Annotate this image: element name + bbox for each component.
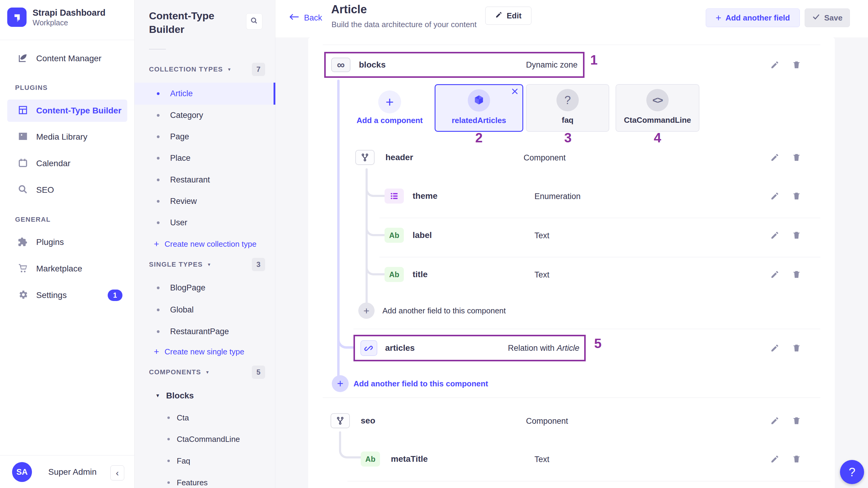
subnav-item-faq[interactable]: Faq xyxy=(134,450,274,472)
delete-trash-icon[interactable] xyxy=(792,153,801,163)
subnav-item-user[interactable]: User xyxy=(134,212,274,234)
subnav-item-global[interactable]: Global xyxy=(134,299,274,321)
edit-pencil-icon[interactable] xyxy=(770,231,779,241)
delete-trash-icon[interactable] xyxy=(792,455,801,465)
text-field-icon: Ab xyxy=(384,228,404,243)
delete-trash-icon[interactable] xyxy=(792,270,801,280)
component-card-relatedarticles[interactable]: relatedArticles xyxy=(435,84,523,132)
subnav-item-page[interactable]: Page xyxy=(134,126,274,148)
row-actions xyxy=(770,60,801,70)
single-types-count: 3 xyxy=(252,258,265,271)
subnav-item-features[interactable]: Features xyxy=(134,472,274,488)
settings-badge: 1 xyxy=(108,289,122,301)
layout-icon xyxy=(18,105,28,117)
edit-pencil-icon[interactable] xyxy=(770,455,779,465)
text-field-icon: Ab xyxy=(361,452,380,466)
subnav-item-article[interactable]: Article xyxy=(134,83,274,105)
page-subtitle: Build the data architecture of your cont… xyxy=(332,20,476,29)
component-card-faq[interactable]: ? faq xyxy=(526,84,609,132)
component-card-ctacommandline[interactable]: <> CtaCommandLine xyxy=(616,84,700,132)
search-button[interactable] xyxy=(246,13,262,30)
add-component-label: Add a component xyxy=(353,116,427,125)
delete-trash-icon[interactable] xyxy=(792,231,801,241)
components-header[interactable]: COMPONENTS ▼ xyxy=(149,366,210,379)
edit-pencil-icon[interactable] xyxy=(770,60,779,70)
field-name: title xyxy=(412,270,428,279)
close-icon[interactable] xyxy=(511,88,519,96)
sidebar-item-label: Content Manager xyxy=(36,54,101,63)
edit-button[interactable]: Edit xyxy=(485,7,531,25)
field-row-blocks[interactable]: ∞ blocks Dynamic zone xyxy=(324,52,585,78)
delete-trash-icon[interactable] xyxy=(792,60,801,70)
field-name: metaTitle xyxy=(391,454,428,464)
annotation-3: 3 xyxy=(559,130,577,145)
delete-trash-icon[interactable] xyxy=(792,191,801,202)
field-type: Text xyxy=(534,270,550,280)
row-actions xyxy=(770,270,801,280)
sidebar-item-label: Marketplace xyxy=(36,264,82,274)
chevron-down-icon: ▼ xyxy=(155,393,160,398)
sidebar-item-label: SEO xyxy=(36,185,54,195)
edit-pencil-icon[interactable] xyxy=(770,416,779,426)
save-button[interactable]: Save xyxy=(805,8,850,27)
subnav-item-ctacommandline[interactable]: CtaCommandLine xyxy=(134,428,274,450)
chevron-left-icon: ‹ xyxy=(116,468,119,478)
sidebar-item-settings[interactable]: Settings 1 xyxy=(7,286,127,305)
add-field-to-component-label[interactable]: Add another field to this component xyxy=(382,306,506,315)
subnav-item-restaurantpage[interactable]: RestaurantPage xyxy=(134,321,274,342)
add-component-button[interactable]: + xyxy=(378,90,401,113)
delete-trash-icon[interactable] xyxy=(792,416,801,426)
sidebar-item-marketplace[interactable]: Marketplace xyxy=(7,259,127,278)
edit-pencil-icon[interactable] xyxy=(770,191,779,202)
add-field-to-dz-component-label[interactable]: Add another field to this component xyxy=(353,379,488,389)
sidebar-item-label: Plugins xyxy=(36,237,64,247)
component-icon xyxy=(331,413,350,428)
brand[interactable]: Strapi Dashboard Workplace xyxy=(7,7,105,27)
main-sidebar: Strapi Dashboard Workplace Content Manag… xyxy=(0,0,134,488)
create-collection-type-link[interactable]: + Create new collection type xyxy=(154,236,256,252)
avatar[interactable]: SA xyxy=(12,462,32,482)
edit-pencil-icon[interactable] xyxy=(770,153,779,163)
add-field-to-component-button[interactable]: + xyxy=(358,303,375,319)
component-card-label: CtaCommandLine xyxy=(624,116,691,125)
collection-types-header[interactable]: COLLECTION TYPES ▼ xyxy=(149,63,232,76)
delete-trash-icon[interactable] xyxy=(792,343,801,354)
components-group-blocks[interactable]: ▼ Blocks xyxy=(155,386,194,405)
sidebar-item-calendar[interactable]: Calendar xyxy=(7,154,127,173)
subnav-item-restaurant[interactable]: Restaurant xyxy=(134,169,274,191)
sidebar-item-content-type-builder[interactable]: Content-Type Builder xyxy=(7,99,127,122)
sidebar-item-seo[interactable]: SEO xyxy=(7,180,127,200)
edit-pencil-icon[interactable] xyxy=(770,270,779,280)
sidebar-item-label: Media Library xyxy=(36,132,88,142)
collapse-sidebar-button[interactable]: ‹ xyxy=(111,465,124,481)
enumeration-icon xyxy=(384,188,404,204)
plus-icon: + xyxy=(154,346,159,357)
search-icon xyxy=(250,17,258,26)
tree-elbow xyxy=(337,335,353,349)
add-field-to-dz-component-button[interactable]: + xyxy=(332,375,349,392)
create-single-type-link[interactable]: + Create new single type xyxy=(154,344,244,360)
user-name: Super Admin xyxy=(48,467,96,477)
sidebar-item-label: Calendar xyxy=(36,159,70,168)
field-type: Relation with Article xyxy=(508,343,579,353)
sidebar-item-plugins[interactable]: Plugins xyxy=(7,233,127,252)
subnav-item-category[interactable]: Category xyxy=(134,104,274,126)
sidebar-item-media-library[interactable]: Media Library xyxy=(7,127,127,147)
subnav-item-blogpage[interactable]: BlogPage xyxy=(134,277,274,299)
question-mark-icon: ? xyxy=(556,89,579,111)
field-name: blocks xyxy=(359,60,386,70)
subnav-item-review[interactable]: Review xyxy=(134,190,274,212)
edit-pencil-icon[interactable] xyxy=(770,343,779,354)
back-link[interactable]: Back xyxy=(289,13,322,23)
picture-icon xyxy=(18,131,28,143)
field-row-articles[interactable]: articles Relation with Article xyxy=(353,335,586,361)
row-divider xyxy=(323,44,820,45)
sidebar-item-label: Content-Type Builder xyxy=(36,106,122,116)
add-another-field-button[interactable]: + Add another field xyxy=(706,8,800,27)
sidebar-item-content-manager[interactable]: Content Manager xyxy=(7,49,127,68)
help-button[interactable]: ? xyxy=(840,460,864,484)
strapi-dashboard: Strapi Dashboard Workplace Content Manag… xyxy=(0,0,868,488)
subnav-item-cta[interactable]: Cta xyxy=(134,407,274,429)
single-types-header[interactable]: SINGLE TYPES ▼ xyxy=(149,258,212,271)
subnav-item-place[interactable]: Place xyxy=(134,147,274,169)
